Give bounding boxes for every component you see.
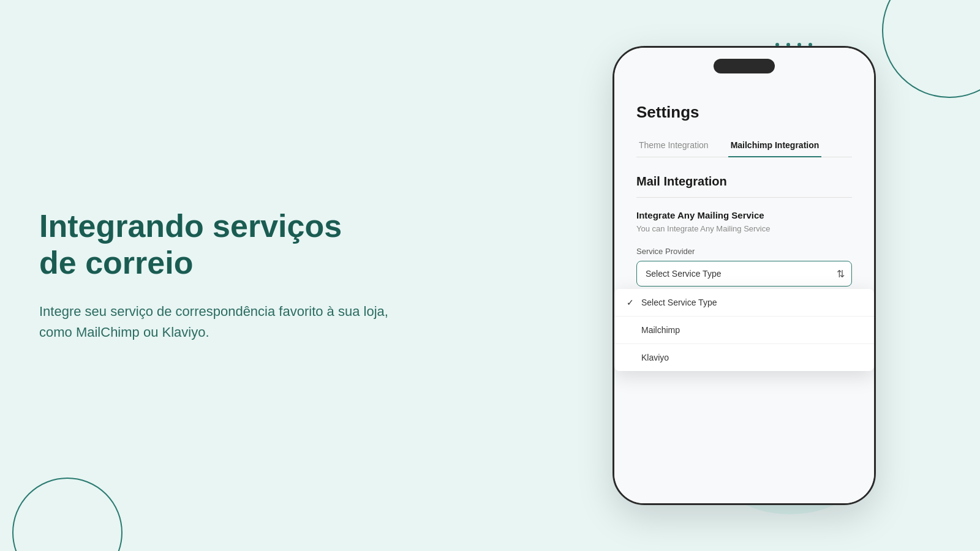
subtitle: Integre seu serviço de correspondência f… (39, 301, 394, 343)
service-provider-select-wrapper: Select Service Type ⇅ ✓ Select Service T… (636, 261, 852, 287)
phone-frame: Settings Theme Integration Mailchimp Int… (612, 46, 876, 505)
decorative-circle-bottom-left (12, 478, 123, 551)
tab-theme-integration[interactable]: Theme Integration (636, 134, 711, 157)
settings-title: Settings (636, 103, 852, 122)
decorative-circle-top-right (882, 0, 980, 98)
main-title: Integrando serviços de correio (39, 208, 394, 282)
tab-mailchimp-integration[interactable]: Mailchimp Integration (728, 134, 822, 157)
integrate-heading: Integrate Any Mailing Service (636, 210, 852, 220)
dropdown-item-mailchimp[interactable]: ✓ Mailchimp (614, 317, 874, 344)
phone-mockup: Settings Theme Integration Mailchimp Int… (612, 46, 876, 505)
service-provider-label: Service Provider (636, 247, 852, 256)
phone-screen: Settings Theme Integration Mailchimp Int… (614, 48, 874, 503)
screen-content: Settings Theme Integration Mailchimp Int… (614, 84, 874, 305)
phone-notch (714, 59, 775, 73)
dropdown-item-select-service-type[interactable]: ✓ Select Service Type (614, 289, 874, 317)
hero-text-section: Integrando serviços de correio Integre s… (39, 208, 394, 343)
dropdown-item-klaviyo[interactable]: ✓ Klaviyo (614, 344, 874, 371)
service-type-dropdown: ✓ Select Service Type ✓ Mailchimp ✓ Klav… (614, 289, 874, 371)
checkmark-placeholder-2: ✓ (627, 353, 636, 362)
checkmark-icon: ✓ (627, 298, 636, 307)
service-provider-select[interactable]: Select Service Type (636, 261, 852, 287)
checkmark-placeholder: ✓ (627, 325, 636, 335)
tabs-row: Theme Integration Mailchimp Integration (636, 134, 852, 157)
mail-integration-title: Mail Integration (636, 174, 852, 198)
integrate-desc: You can Integrate Any Mailing Service (636, 224, 852, 233)
